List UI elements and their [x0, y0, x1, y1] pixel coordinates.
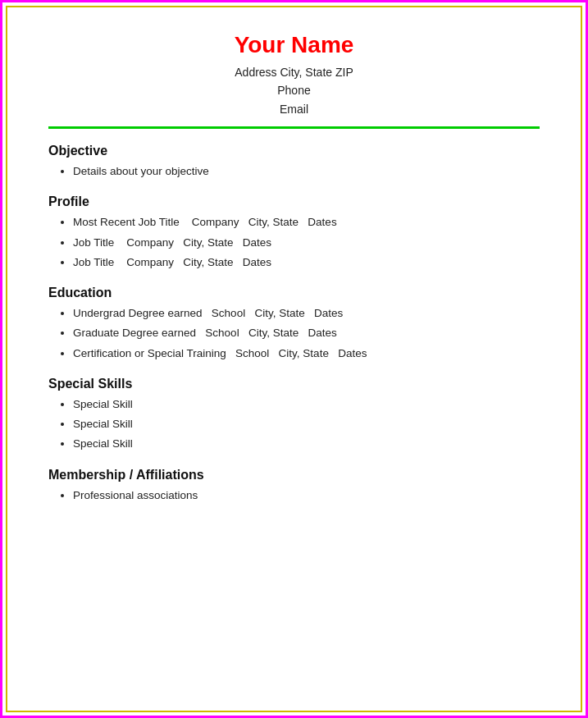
- section-divider: [48, 126, 540, 129]
- education-section: Education Undergrad Degree earned School…: [48, 286, 540, 362]
- list-item: Details about your objective: [73, 163, 540, 180]
- list-item: Job Title Company City, State Dates: [73, 235, 540, 251]
- membership-title: Membership / Affiliations: [48, 468, 540, 482]
- candidate-name: Your Name: [48, 32, 540, 58]
- email-line: Email: [48, 100, 540, 118]
- resume-inner: Your Name Address City, State ZIP Phone …: [6, 6, 582, 712]
- objective-section: Objective Details about your objective: [48, 144, 540, 180]
- skills-list: Special Skill Special Skill Special Skil…: [48, 396, 540, 453]
- list-item: Most Recent Job Title Company City, Stat…: [73, 214, 540, 231]
- resume-header: Your Name Address City, State ZIP Phone …: [48, 32, 540, 118]
- list-item: Professional associations: [73, 487, 540, 504]
- education-list: Undergrad Degree earned School City, Sta…: [48, 305, 540, 362]
- phone-line: Phone: [48, 81, 540, 99]
- objective-title: Objective: [48, 144, 540, 158]
- list-item: Graduate Degree earned School City, Stat…: [73, 325, 540, 341]
- objective-list: Details about your objective: [48, 163, 540, 180]
- resume-page: Your Name Address City, State ZIP Phone …: [0, 0, 588, 718]
- address-line: Address City, State ZIP: [48, 63, 540, 81]
- list-item: Undergrad Degree earned School City, Sta…: [73, 305, 540, 322]
- membership-list: Professional associations: [48, 487, 540, 504]
- list-item: Special Skill: [73, 416, 540, 432]
- list-item: Certification or Special Training School…: [73, 345, 540, 362]
- education-title: Education: [48, 286, 540, 300]
- profile-title: Profile: [48, 194, 540, 209]
- membership-section: Membership / Affiliations Professional a…: [48, 468, 540, 504]
- list-item: Special Skill: [73, 436, 540, 452]
- skills-section: Special Skills Special Skill Special Ski…: [48, 377, 540, 453]
- list-item: Job Title Company City, State Dates: [73, 254, 540, 271]
- profile-section: Profile Most Recent Job Title Company Ci…: [48, 194, 540, 271]
- profile-list: Most Recent Job Title Company City, Stat…: [48, 214, 540, 271]
- list-item: Special Skill: [73, 396, 540, 413]
- skills-title: Special Skills: [48, 377, 540, 391]
